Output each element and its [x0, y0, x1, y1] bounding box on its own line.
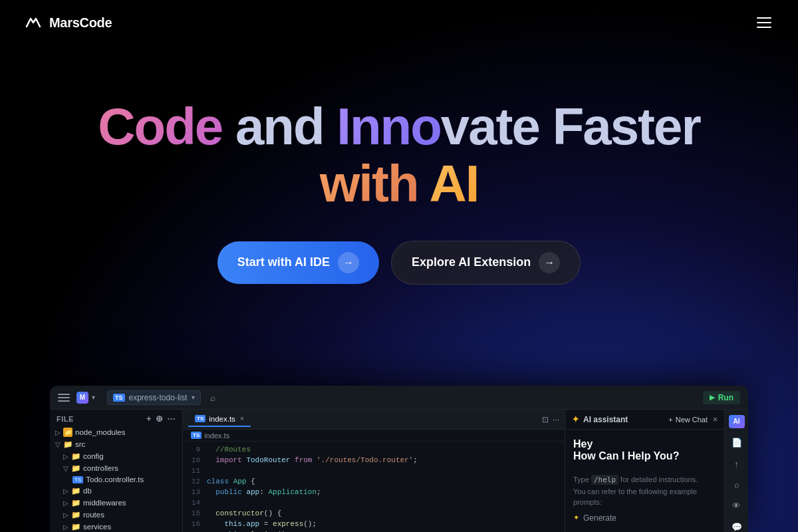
search-icon[interactable]: ⌕ [210, 392, 215, 403]
start-ai-ide-button[interactable]: Start with AI IDE → [217, 241, 379, 284]
ide-preview: M ▾ TS express-todo-list ▾ ⌕ ▶ Run File … [50, 386, 748, 532]
more-editor-icon[interactable]: ··· [553, 415, 559, 424]
word-innovate: Inno [336, 97, 441, 156]
editor-tabs: TS index.ts × ⊡ ··· [183, 410, 565, 430]
file-sidebar-icon[interactable]: 📄 [729, 436, 745, 450]
code-line-17: this.plugins(); [207, 529, 558, 532]
hero-title-line2: with AI [0, 156, 798, 213]
folder-icon: ▽ [63, 465, 68, 472]
folder-services-icon: 📁 [71, 522, 80, 531]
code-line-14 [207, 497, 558, 508]
tree-label-config: config [83, 452, 104, 460]
cta-buttons: Start with AI IDE → Explore AI Extension… [0, 241, 798, 285]
folder-src-icon: 📁 [63, 440, 72, 449]
folder-routes-icon: 📁 [71, 510, 80, 519]
tree-item-src[interactable]: ▽ 📁 src [50, 438, 182, 450]
logo[interactable]: MarsCode [24, 13, 112, 32]
sidebar-toggle-line [58, 400, 70, 402]
run-icon: ▶ [710, 394, 715, 401]
hamburger-line-2 [757, 22, 771, 23]
tree-item-node-modules[interactable]: ▷ 📁 node_modules [50, 426, 182, 438]
tree-item-middlewares[interactable]: ▷ 📁 middlewares [50, 497, 182, 509]
split-editor-icon[interactable]: ⊡ [542, 415, 549, 424]
ai-sidebar-icon[interactable]: AI [729, 415, 745, 428]
code-line-11 [207, 466, 558, 476]
ide-brand: M ▾ [76, 392, 95, 404]
git-sidebar-icon[interactable]: ↑ [729, 457, 745, 470]
ai-spark-icon: ✦ [572, 414, 579, 424]
word-and-1: and [235, 97, 336, 156]
ai-generate[interactable]: ✦ Generate [573, 513, 716, 523]
file-tree: File + ⊕ ··· ▷ 📁 node_modules ▽ 📁 src ▷ … [50, 410, 183, 532]
file-tree-icons: + ⊕ ··· [146, 414, 176, 424]
ai-panel-header: ✦ AI assistant + New Chat × [565, 410, 724, 430]
breadcrumb-text: index.ts [204, 432, 229, 440]
ide-body: File + ⊕ ··· ▷ 📁 node_modules ▽ 📁 src ▷ … [50, 410, 748, 532]
new-folder-icon[interactable]: ⊕ [156, 414, 164, 424]
breadcrumb-ts-badge: TS [191, 432, 201, 439]
tree-item-controllers[interactable]: ▽ 📁 controllers [50, 462, 182, 474]
tree-label-routes: routes [83, 511, 104, 519]
hamburger-line-1 [757, 17, 771, 19]
eye-sidebar-icon[interactable]: 👁 [729, 499, 745, 513]
more-icon[interactable]: ··· [168, 414, 176, 424]
ai-hint-prompts: You can refer to the following example p… [573, 487, 697, 507]
search-sidebar-icon[interactable]: ⌕ [729, 478, 745, 491]
file-tree-header: File + ⊕ ··· [50, 410, 182, 426]
ai-greeting: Hey How Can I Help You? [573, 438, 716, 462]
file-tree-label: File [57, 415, 74, 423]
project-name: express-todo-list [129, 393, 188, 402]
tree-item-db[interactable]: ▷ 📁 db [50, 485, 182, 497]
tree-label-controllers: controllers [83, 464, 118, 472]
hero-title-line1: Code and Innovate Faster [0, 98, 798, 156]
hamburger-menu-button[interactable] [754, 15, 774, 31]
tree-item-routes[interactable]: ▷ 📁 routes [50, 509, 182, 521]
ai-hint-type: Type [573, 475, 591, 483]
ts-badge: TS [113, 394, 125, 402]
folder-config-icon: 📁 [71, 452, 80, 461]
tree-label-db: db [83, 487, 92, 495]
ai-chat-area: Hey How Can I Help You? Type /help for d… [565, 430, 724, 532]
new-chat-button[interactable]: + New Chat [668, 416, 708, 424]
plus-icon: + [668, 416, 672, 424]
run-button[interactable]: ▶ Run [703, 391, 740, 404]
hamburger-line-3 [757, 27, 771, 28]
word-vate: vate [441, 97, 539, 156]
ai-hint: Type /help for detailed instructions. Yo… [573, 474, 716, 508]
word-faster: Faster [553, 97, 700, 156]
project-chevron-icon: ▾ [192, 394, 195, 401]
navbar: MarsCode [0, 0, 798, 45]
tree-item-services[interactable]: ▷ 📁 services [50, 521, 182, 532]
editor-tab-name: index.ts [209, 415, 235, 423]
word-code: Code [98, 97, 222, 156]
explore-ai-extension-button[interactable]: Explore AI Extension → [391, 241, 581, 285]
ai-title-text: AI assistant [583, 415, 628, 424]
code-line-12: class App { [207, 476, 558, 487]
folder-icon: ▽ [55, 441, 61, 448]
folder-icon: ▷ [55, 429, 61, 436]
code-line-13: public app: Application; [207, 487, 558, 497]
close-ai-icon[interactable]: × [713, 415, 718, 424]
folder-icon: ▷ [63, 523, 68, 531]
chat-sidebar-icon[interactable]: 💬 [729, 520, 745, 532]
tree-item-todo-controller[interactable]: TS Todo.controller.ts [50, 474, 182, 485]
hero-section: Code and Innovate Faster with AI Start w… [0, 45, 798, 311]
run-label: Run [718, 393, 733, 402]
folder-icon: ▷ [63, 511, 68, 519]
code-line-16: this.app = express(); [207, 519, 558, 529]
tab-close-icon[interactable]: × [240, 415, 244, 422]
editor-area: TS index.ts × ⊡ ··· TS index.ts 9 10 11 [183, 410, 565, 532]
tree-label-src: src [75, 440, 85, 448]
tree-item-config[interactable]: ▷ 📁 config [50, 450, 182, 462]
sidebar-toggle-button[interactable] [58, 393, 70, 402]
start-ai-ide-label: Start with AI IDE [237, 255, 330, 269]
editor-tab-index-ts[interactable]: TS index.ts × [188, 412, 251, 427]
folder-db-icon: 📁 [71, 486, 80, 495]
logo-text: MarsCode [49, 15, 112, 31]
code-line-15: constructor() { [207, 508, 558, 519]
folder-icon: ▷ [63, 499, 68, 507]
new-file-icon[interactable]: + [146, 414, 152, 424]
tree-label-middlewares: middlewares [83, 499, 126, 507]
secondary-arrow-icon: → [539, 252, 560, 273]
project-tab[interactable]: TS express-todo-list ▾ [107, 390, 201, 405]
